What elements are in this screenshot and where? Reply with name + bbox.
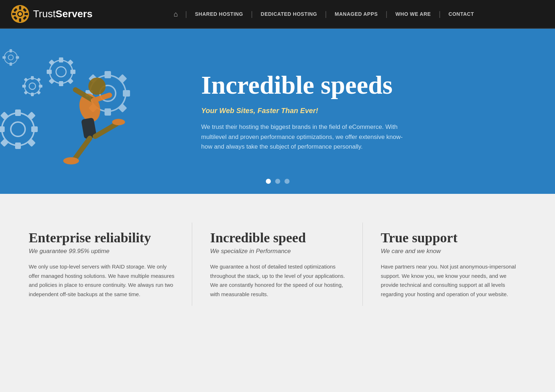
feature-1-subtitle: We guarantee 99.95% uptime (29, 248, 177, 255)
svg-rect-37 (24, 78, 28, 81)
logo[interactable]: TrustServers (11, 5, 104, 23)
svg-rect-26 (70, 70, 75, 74)
svg-point-11 (2, 113, 34, 145)
svg-line-63 (95, 124, 117, 136)
feature-support: True support We care and we know Have pa… (363, 223, 533, 306)
nav-managed-apps[interactable]: MANAGED APPS (330, 11, 382, 17)
nav-shared-hosting[interactable]: SHARED HOSTING (191, 11, 248, 17)
svg-point-58 (88, 78, 106, 95)
feature-speed: Incredible speed We specialize in Perfor… (192, 223, 363, 306)
svg-rect-19 (0, 139, 9, 147)
nav-divider-4: | (386, 10, 388, 18)
site-header: TrustServers ⌂ | SHARED HOSTING | DEDICA… (0, 0, 555, 29)
feature-1-title: Enterprise reliability (29, 230, 177, 246)
svg-rect-50 (118, 103, 127, 112)
features-section: Enterprise reliability We guarantee 99.9… (0, 194, 555, 327)
svg-rect-2 (19, 6, 21, 10)
nav-divider-3: | (325, 10, 327, 18)
feature-3-text: Have partners near you. Not just anonymo… (381, 262, 519, 299)
hero-content: Incredible speeds Your Web Sites, Faster… (187, 57, 555, 166)
logo-text: TrustServers (33, 8, 93, 20)
svg-rect-4 (12, 13, 16, 15)
svg-rect-44 (105, 108, 111, 116)
svg-rect-29 (49, 78, 55, 84)
svg-line-62 (75, 138, 90, 158)
svg-rect-56 (16, 56, 19, 59)
nav-dedicated-hosting[interactable]: DEDICATED HOSTING (256, 11, 322, 17)
svg-rect-16 (31, 126, 38, 132)
svg-rect-38 (37, 78, 41, 81)
svg-rect-20 (28, 139, 36, 147)
svg-point-12 (11, 122, 25, 136)
svg-rect-28 (68, 60, 74, 66)
svg-point-64 (63, 157, 79, 164)
nav-divider-5: | (439, 10, 440, 18)
svg-point-10 (18, 12, 22, 16)
hero-title: Incredible speeds (201, 71, 533, 99)
svg-rect-54 (10, 62, 12, 66)
svg-rect-17 (0, 112, 9, 120)
hero-subtitle: Your Web Sites, Faster Than Ever! (201, 107, 533, 115)
svg-rect-23 (59, 57, 63, 62)
feature-2-title: Incredible speed (210, 230, 348, 246)
hero-section: Incredible speeds Your Web Sites, Faster… (0, 29, 555, 194)
hero-description: We trust their hosting the biggest brand… (201, 122, 410, 151)
svg-point-65 (112, 119, 125, 125)
feature-3-title: True support (381, 230, 519, 246)
svg-rect-27 (49, 60, 55, 66)
svg-rect-25 (47, 70, 52, 74)
feature-2-subtitle: We specialize in Performance (210, 248, 348, 255)
svg-rect-46 (123, 90, 130, 97)
svg-rect-5 (24, 13, 28, 15)
svg-rect-53 (10, 49, 12, 52)
home-icon[interactable]: ⌂ (174, 10, 178, 18)
logo-icon (11, 5, 29, 23)
feature-3-subtitle: We care and we know (381, 248, 519, 255)
svg-rect-18 (28, 112, 36, 120)
feature-reliability: Enterprise reliability We guarantee 99.9… (22, 223, 192, 306)
svg-rect-3 (19, 18, 21, 22)
svg-rect-13 (15, 109, 21, 116)
svg-rect-48 (118, 74, 127, 83)
feature-2-text: We guarantee a host of detailed tested o… (210, 262, 348, 299)
hero-chevron (267, 184, 288, 194)
svg-rect-36 (39, 85, 42, 88)
svg-rect-33 (31, 76, 34, 80)
slider-dot-1[interactable] (266, 179, 271, 184)
nav-who-we-are[interactable]: WHO WE ARE (391, 11, 435, 17)
svg-point-51 (4, 51, 17, 64)
feature-1-text: We only use top-level servers with RAID … (29, 262, 177, 299)
svg-line-60 (93, 95, 110, 101)
main-nav: ⌂ | SHARED HOSTING | DEDICATED HOSTING |… (104, 10, 544, 18)
svg-point-22 (56, 67, 66, 77)
svg-rect-39 (24, 90, 28, 94)
svg-rect-34 (31, 93, 34, 96)
svg-rect-14 (15, 143, 21, 149)
nav-divider-1: | (185, 10, 187, 18)
nav-divider-2: | (251, 10, 253, 18)
slider-dot-3[interactable] (285, 179, 290, 184)
svg-rect-43 (105, 71, 111, 78)
svg-rect-40 (37, 90, 41, 94)
svg-point-32 (29, 83, 36, 89)
svg-rect-30 (68, 78, 74, 84)
svg-point-52 (8, 55, 13, 60)
gears-decoration (0, 29, 187, 194)
svg-rect-15 (0, 126, 5, 132)
svg-rect-24 (59, 81, 63, 86)
nav-contact[interactable]: CONTACT (444, 11, 478, 17)
svg-rect-55 (3, 56, 6, 59)
slider-dot-2[interactable] (275, 179, 280, 184)
hero-left (0, 29, 187, 194)
svg-rect-35 (22, 85, 26, 88)
slider-dots (266, 179, 290, 184)
